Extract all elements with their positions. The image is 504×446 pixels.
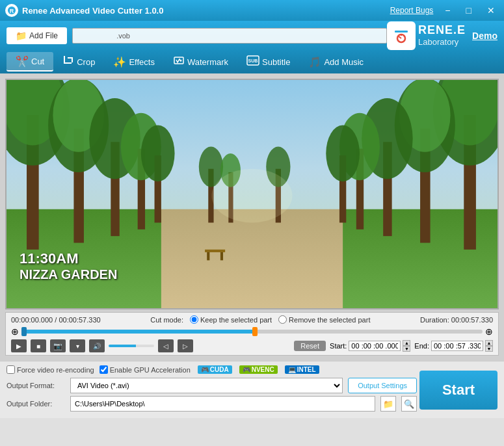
nvenc-badge: 🎮 NVENC <box>239 365 278 374</box>
screenshot-dropdown[interactable]: ▾ <box>70 339 85 352</box>
keep-radio[interactable] <box>190 315 198 324</box>
force-encoding-checkbox[interactable] <box>7 365 15 374</box>
start-time-group: Start: ▲ ▼ <box>330 340 410 352</box>
keep-label: Keep the selected part <box>200 316 272 324</box>
gpu-accel-checkbox[interactable] <box>99 365 108 374</box>
report-bugs-link[interactable]: Report Bugs <box>390 6 434 15</box>
timeline-left-handle[interactable] <box>21 327 27 336</box>
start-time-down[interactable]: ▼ <box>403 346 410 352</box>
crop-tool-button[interactable]: Crop <box>53 52 104 72</box>
logo-area: RENE.E Laboratory Demo <box>387 21 497 50</box>
volume-button[interactable]: 🔊 <box>89 339 105 352</box>
start-time-spinners: ▲ ▼ <box>403 340 410 352</box>
end-time-down[interactable]: ▼ <box>485 346 493 352</box>
effects-icon: ✨ <box>113 56 126 68</box>
add-file-button[interactable]: 📁 Add File <box>7 27 67 44</box>
svg-point-37 <box>326 125 360 181</box>
start-time-input[interactable] <box>349 341 401 351</box>
start-button-area: Start <box>419 371 497 410</box>
cut-mode-area: Cut mode: Keep the selected part Remove … <box>150 315 370 324</box>
header-bar: 📁 Add File RENE.E Laboratory Demo <box>0 21 504 50</box>
svg-point-47 <box>211 169 292 223</box>
volume-slider[interactable] <box>109 345 154 347</box>
svg-rect-3 <box>395 31 408 33</box>
add-music-icon: 🎵 <box>308 56 321 68</box>
start-time-up[interactable]: ▲ <box>403 340 410 346</box>
video-player[interactable]: 11:30AM NIZZA GARDEN <box>5 79 499 309</box>
browse-folder-button[interactable]: 📁 <box>380 396 396 412</box>
logo-icon <box>387 21 416 50</box>
video-frame: 11:30AM NIZZA GARDEN <box>7 80 497 308</box>
timeline-right-handle[interactable] <box>252 327 258 336</box>
app-title: Renee Advanced Video Cutter 1.0.0 <box>22 6 390 16</box>
file-path-input[interactable] <box>72 28 387 44</box>
svg-text:R: R <box>10 8 14 14</box>
format-select[interactable]: AVI Video (*.avi) <box>70 378 343 393</box>
start-button[interactable]: Start <box>419 371 497 410</box>
svg-rect-46 <box>220 252 223 260</box>
search-folder-button[interactable]: 🔍 <box>401 396 417 412</box>
remove-radio-label[interactable]: Remove the selected part <box>278 315 370 324</box>
remove-label: Remove the selected part <box>289 316 370 324</box>
current-time-display: 00:00:00.000 / 00:00:57.330 <box>11 316 101 324</box>
crop-icon <box>62 55 74 69</box>
minimize-button[interactable]: − <box>441 5 454 16</box>
play-button[interactable]: ▶ <box>11 339 27 352</box>
effects-tool-button[interactable]: ✨ Effects <box>104 52 164 72</box>
subtitle-label: Subtitle <box>262 57 290 67</box>
demo-link[interactable]: Demo <box>472 31 497 41</box>
effects-label: Effects <box>129 57 155 67</box>
force-encoding-label[interactable]: Force video re-encoding <box>7 365 94 374</box>
next-frame-button[interactable]: ▷ <box>178 339 193 352</box>
cuda-badge: 🎮 CUDA <box>198 365 232 374</box>
gpu-accel-label[interactable]: Enable GPU Acceleration <box>99 365 191 374</box>
stop-button[interactable]: ■ <box>31 339 46 352</box>
logo-text-area: RENE.E Laboratory <box>418 24 466 47</box>
slider-row: ⊕ ⊕ <box>11 326 493 337</box>
subtitle-tool-button[interactable]: SUB Subtitle <box>237 52 299 72</box>
folder-row: Output Folder: 📁 🔍 <box>7 396 417 412</box>
video-overlay-text: 11:30AM NIZZA GARDEN <box>20 250 117 282</box>
end-time-spinners: ▲ ▼ <box>485 340 493 352</box>
svg-rect-45 <box>207 252 209 260</box>
format-row: Output Format: AVI Video (*.avi) Output … <box>7 378 417 393</box>
main-content: 11:30AM NIZZA GARDEN 00:00:00.000 / 00:0… <box>0 73 504 361</box>
output-settings-button[interactable]: Output Settings <box>348 378 417 393</box>
watermark-tool-button[interactable]: Watermark <box>164 52 237 72</box>
screenshot-button[interactable]: 📷 <box>50 339 66 352</box>
timeline-area: 00:00:00.000 / 00:00:57.330 Cut mode: Ke… <box>5 312 499 356</box>
svg-text:SUB: SUB <box>248 59 258 63</box>
video-location-overlay: NIZZA GARDEN <box>20 267 117 282</box>
intel-badge: 💻 INTEL <box>285 365 319 374</box>
add-file-label: Add File <box>29 31 58 40</box>
keep-radio-label[interactable]: Keep the selected part <box>190 315 272 324</box>
app-logo: R <box>5 4 18 17</box>
end-time-up[interactable]: ▲ <box>485 340 493 346</box>
reset-button[interactable]: Reset <box>294 341 326 351</box>
bottom-left: Force video re-encoding Enable GPU Accel… <box>7 365 417 412</box>
slider-left-icon[interactable]: ⊕ <box>11 326 19 337</box>
folder-path-input[interactable] <box>70 396 375 412</box>
cut-mode-label: Cut mode: <box>150 316 183 324</box>
video-time-overlay: 11:30AM <box>20 250 117 267</box>
add-music-label: Add Music <box>324 57 364 67</box>
close-button[interactable]: ✕ <box>483 5 499 16</box>
watermark-label: Watermark <box>187 57 228 67</box>
timeline-track[interactable] <box>21 327 483 336</box>
slider-right-icon[interactable]: ⊕ <box>485 326 493 337</box>
remove-radio[interactable] <box>278 315 287 324</box>
end-time-input[interactable] <box>431 341 483 351</box>
logo-line2: Laboratory <box>418 37 466 47</box>
cut-tool-button[interactable]: ✂️ Cut <box>7 52 53 72</box>
folder-label: Output Folder: <box>7 400 65 408</box>
bottom-area: Force video re-encoding Enable GPU Accel… <box>0 361 504 418</box>
svg-point-25 <box>141 125 175 181</box>
add-music-tool-button[interactable]: 🎵 Add Music <box>299 52 373 72</box>
watermark-icon <box>173 55 185 69</box>
crop-label: Crop <box>77 57 95 67</box>
cut-label: Cut <box>31 57 44 66</box>
prev-frame-button[interactable]: ◁ <box>158 339 174 352</box>
logo-line1: RENE.E <box>418 24 466 37</box>
maximize-button[interactable]: □ <box>462 5 475 16</box>
options-row: Force video re-encoding Enable GPU Accel… <box>7 365 417 374</box>
